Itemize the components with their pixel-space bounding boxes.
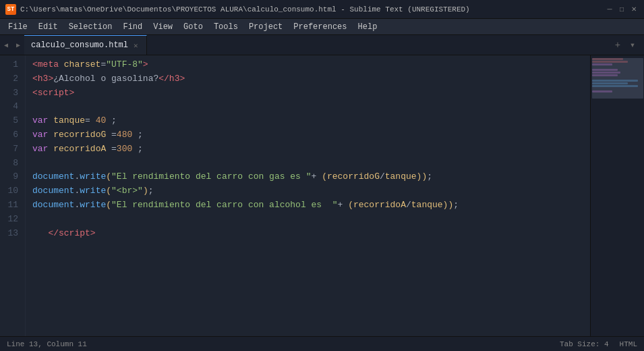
line-num-8: 8 (4, 157, 18, 171)
menu-selection[interactable]: Selection (63, 21, 118, 33)
language-mode[interactable]: HTML (620, 340, 637, 348)
line-num-1: 1 (4, 58, 18, 72)
tab-new-area: + ▾ (606, 35, 644, 55)
code-line-13: </script> (32, 227, 583, 241)
code-line-5: var tanque= 40 ; (32, 114, 583, 128)
menu-file[interactable]: File (3, 21, 33, 33)
line-num-3: 3 (4, 86, 18, 101)
menu-tools[interactable]: Tools (208, 21, 243, 33)
close-button[interactable]: ✕ (629, 5, 639, 14)
code-line-10: document.write("<br>"); (32, 184, 583, 198)
tab-label: calculo_consumo.html (31, 40, 128, 50)
menu-find[interactable]: Find (117, 21, 148, 33)
menu-preferences[interactable]: Preferences (288, 21, 352, 33)
status-right: Tab Size: 4 HTML (560, 340, 637, 348)
code-line-11: document.write("El rendimiento del carro… (32, 198, 583, 213)
code-line-12 (32, 213, 583, 227)
tab-arrow-left[interactable]: ◀ (0, 35, 12, 55)
line-num-11: 11 (4, 198, 18, 213)
menu-bar: File Edit Selection Find View Goto Tools… (0, 19, 644, 35)
title-bar: ST C:\Users\matas\OneDrive\Documentos\PR… (0, 0, 644, 19)
line-num-2: 2 (4, 72, 18, 86)
code-line-7: var recorridoA =300 ; (32, 142, 583, 157)
line-num-10: 10 (4, 184, 18, 198)
tab-calculo-consumo[interactable]: calculo_consumo.html ✕ (24, 35, 147, 55)
line-num-7: 7 (4, 142, 18, 157)
tab-bar: ◀ ▶ calculo_consumo.html ✕ + ▾ (0, 35, 644, 55)
code-line-2: <h3>¿Alcohol o gasolina?</h3> (32, 72, 583, 86)
code-line-4 (32, 100, 583, 114)
line-num-9: 9 (4, 170, 18, 184)
app-icon: ST (5, 4, 16, 15)
title-text: C:\Users\matas\OneDrive\Documentos\PROYE… (20, 5, 605, 14)
status-bar: Line 13, Column 11 Tab Size: 4 HTML (0, 336, 644, 351)
line-num-13: 13 (4, 227, 18, 241)
tab-chevron-button[interactable]: ▾ (626, 39, 639, 51)
maximize-button[interactable]: □ (617, 5, 626, 14)
line-num-5: 5 (4, 114, 18, 128)
code-line-1: <meta charset="UTF-8"> (32, 58, 583, 72)
line-numbers: 1 2 3 4 5 6 7 8 9 10 11 12 13 (0, 55, 26, 336)
code-line-9: document.write("El rendimiento del carro… (32, 170, 583, 184)
tab-size[interactable]: Tab Size: 4 (560, 340, 609, 348)
window-controls: ─ □ ✕ (605, 5, 639, 14)
code-line-6: var recorridoG =480 ; (32, 128, 583, 142)
line-num-6: 6 (4, 128, 18, 142)
tab-arrow-right[interactable]: ▶ (12, 35, 24, 55)
new-tab-button[interactable]: + (612, 39, 624, 51)
line-num-4: 4 (4, 100, 18, 114)
code-line-3: <script> (32, 86, 583, 101)
tab-close-button[interactable]: ✕ (132, 40, 140, 51)
tab-scroll-arrows: ◀ ▶ (0, 35, 24, 55)
menu-goto[interactable]: Goto (178, 21, 208, 33)
menu-project[interactable]: Project (243, 21, 288, 33)
minimap (590, 55, 644, 336)
minimize-button[interactable]: ─ (605, 5, 614, 14)
editor-wrapper: 1 2 3 4 5 6 7 8 9 10 11 12 13 <meta char… (0, 55, 644, 336)
cursor-position: Line 13, Column 11 (7, 340, 87, 348)
menu-help[interactable]: Help (353, 21, 383, 33)
line-num-12: 12 (4, 213, 18, 227)
code-line-8 (32, 157, 583, 171)
menu-edit[interactable]: Edit (33, 21, 63, 33)
menu-view[interactable]: View (148, 21, 178, 33)
code-editor[interactable]: <meta charset="UTF-8"> <h3>¿Alcohol o ga… (26, 55, 590, 336)
